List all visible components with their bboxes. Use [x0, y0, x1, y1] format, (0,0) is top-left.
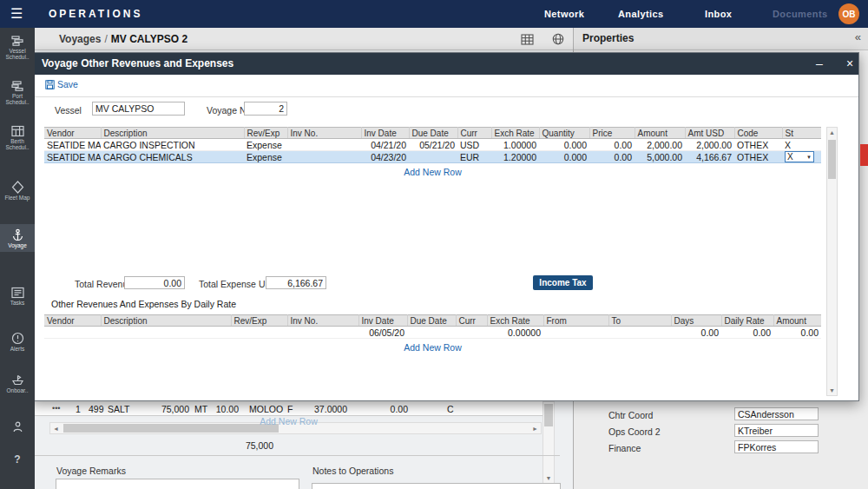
port-schedule-icon — [11, 80, 24, 92]
nav-analytics[interactable]: Analytics — [618, 9, 664, 19]
modal-scrollbar-thumb[interactable] — [828, 140, 836, 179]
chevron-down-icon: ▼ — [806, 155, 812, 160]
properties-title: Properties — [582, 32, 634, 44]
add-new-row-link-background[interactable]: Add New Row — [35, 416, 542, 426]
ops-coord-2-field[interactable] — [734, 424, 819, 437]
tasks-icon — [11, 287, 24, 299]
breadcrumb-current: MV CALYPSO 2 — [111, 33, 187, 45]
rev-exp-row-1[interactable]: SEATIDE MARITIM CARGO INSPECTION Expense… — [44, 139, 821, 151]
nav-inbox[interactable]: Inbox — [705, 9, 732, 19]
sidebar-item-port-schedule[interactable]: Port Schedul.. — [0, 80, 35, 105]
help-icon[interactable]: ? — [0, 453, 35, 466]
sidebar-item-alerts[interactable]: Alerts — [0, 332, 35, 352]
modal-vertical-scrollbar[interactable]: ▲ ▼ — [826, 127, 838, 396]
user-avatar[interactable]: OB — [838, 3, 859, 24]
voyage-remarks-label: Voyage Remarks — [56, 466, 126, 476]
total-revenue-field[interactable] — [124, 276, 185, 289]
cargo-quantity-total: 75,000 — [221, 440, 273, 451]
ops-coord-2-label: Ops Coord 2 — [608, 426, 661, 437]
sidebar-item-onboard[interactable]: Onboar.. — [0, 373, 35, 393]
daily-rate-table: Vendor Description Rev/Exp Inv No. Inv D… — [44, 314, 821, 339]
save-icon — [45, 80, 55, 89]
income-tax-button[interactable]: Income Tax — [533, 275, 593, 290]
sidebar-item-voyage[interactable]: Voyage — [0, 224, 35, 252]
add-new-row-link-daily[interactable]: Add New Row — [44, 342, 821, 353]
row-menu-dots-icon[interactable]: ••• — [52, 404, 60, 413]
hamburger-menu-icon[interactable]: ☰ — [10, 5, 23, 22]
scroll-right-icon[interactable]: ► — [529, 426, 541, 432]
table-view-icon[interactable] — [521, 33, 534, 49]
modal-toolbar: Save — [31, 75, 858, 97]
fleet-map-icon — [11, 181, 24, 194]
scroll-up-icon[interactable]: ▲ — [827, 129, 837, 135]
chtr-coord-label: Chtr Coord — [608, 410, 653, 420]
finance-field[interactable] — [734, 440, 819, 453]
rev-exp-header-row: Vendor Description Rev/Exp Inv No. Inv D… — [44, 128, 821, 139]
vessel-label: Vessel — [55, 105, 82, 116]
vertical-scrollbar-thumb[interactable] — [544, 404, 553, 426]
daily-rate-section-title: Other Revenues And Expenses By Daily Rat… — [51, 299, 236, 309]
voyage-icon — [11, 228, 24, 241]
properties-header: Properties « — [574, 28, 868, 50]
nav-network[interactable]: Network — [544, 9, 584, 19]
sidebar-item-fleet-map[interactable]: Fleet Map — [0, 181, 35, 201]
sidebar-item-berth-schedule[interactable]: Berth Schedul.. — [0, 125, 35, 150]
red-scroll-indicator[interactable] — [860, 144, 868, 166]
vessel-schedule-icon — [11, 35, 24, 47]
section-divider — [35, 455, 560, 456]
daily-rate-row-1[interactable]: 06/05/20 0.00000 0.00 0.00 0.00 — [44, 327, 821, 339]
sidebar-item-vessel-schedule[interactable]: Vessel Schedul.. — [0, 35, 35, 60]
voyage-other-revenues-modal: Voyage Other Revenues and Expenses – × S… — [30, 52, 859, 401]
onboard-icon — [11, 373, 24, 387]
voyage-remarks-textarea[interactable] — [56, 479, 299, 489]
scroll-left-icon[interactable]: ◄ — [50, 426, 62, 432]
notes-to-operations-textarea[interactable] — [312, 483, 561, 489]
collapse-panel-icon[interactable]: « — [855, 30, 861, 43]
cargo-table-row[interactable]: ••• 1 499 SALT 75,000 MT 10.00 MOLOO F 3… — [35, 401, 542, 416]
finance-label: Finance — [608, 443, 641, 453]
app-title: OPERATIONS — [49, 8, 142, 20]
berth-schedule-icon — [11, 125, 24, 137]
modal-title-bar[interactable]: Voyage Other Revenues and Expenses – × — [31, 53, 858, 75]
chtr-coord-field[interactable] — [734, 407, 819, 420]
add-new-row-link-revexp[interactable]: Add New Row — [44, 167, 821, 177]
sidebar-item-access[interactable] — [0, 420, 35, 434]
total-expense-field[interactable] — [266, 276, 326, 289]
save-button[interactable]: Save — [45, 79, 78, 89]
scroll-down-icon[interactable]: ▼ — [543, 475, 554, 481]
nav-documents: Documents — [773, 9, 828, 19]
alerts-icon — [11, 332, 24, 345]
left-sidebar: Vessel Schedul.. Port Schedul.. Berth Sc… — [0, 28, 35, 489]
close-icon[interactable]: × — [841, 55, 858, 72]
breadcrumb-bar: Voyages/MV CALYPSO 2 — [35, 28, 573, 50]
status-select[interactable]: X ▼ — [785, 151, 814, 162]
user-access-icon — [11, 420, 24, 433]
modal-title: Voyage Other Revenues and Expenses — [42, 57, 233, 69]
scroll-down-icon[interactable]: ▼ — [827, 387, 837, 393]
breadcrumb: Voyages/MV CALYPSO 2 — [59, 33, 187, 45]
rev-exp-row-2[interactable]: SEATIDE MARITIM CARGO CHEMICALS Expense … — [44, 151, 821, 163]
vessel-field[interactable] — [92, 102, 185, 116]
top-bar: ☰ OPERATIONS Network Analytics Inbox Doc… — [0, 0, 868, 28]
notes-to-operations-label: Notes to Operations — [312, 466, 393, 476]
voyage-no-field[interactable] — [244, 102, 287, 116]
minimize-icon[interactable]: – — [811, 55, 828, 72]
globe-icon[interactable] — [552, 33, 564, 49]
sidebar-item-tasks[interactable]: Tasks — [0, 287, 35, 306]
vertical-scrollbar-lower[interactable]: ▼ — [542, 401, 555, 484]
daily-rate-header-row: Vendor Description Rev/Exp Inv No. Inv D… — [44, 315, 821, 327]
breadcrumb-voyages-link[interactable]: Voyages — [59, 33, 101, 45]
rev-exp-table: Vendor Description Rev/Exp Inv No. Inv D… — [44, 127, 821, 163]
